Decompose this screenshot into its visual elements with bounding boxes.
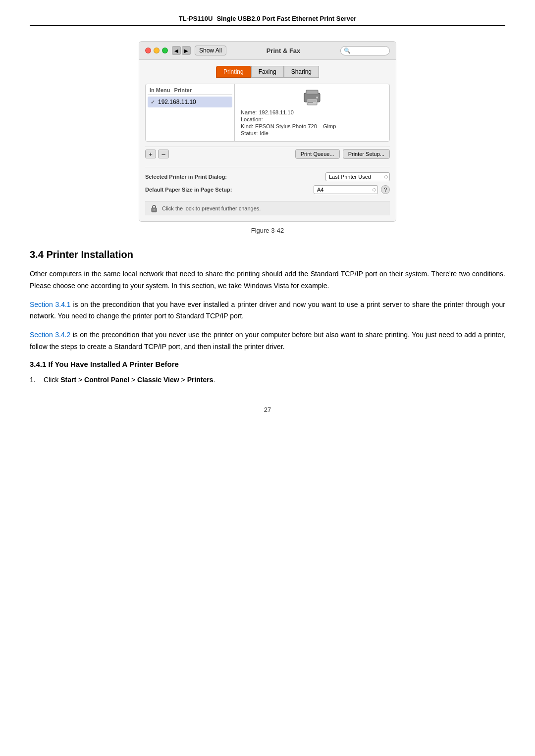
search-box: 🔍 — [340, 46, 390, 55]
tab-printing[interactable]: Printing — [216, 66, 251, 78]
page-number: 27 — [30, 406, 505, 413]
svg-rect-5 — [308, 102, 313, 103]
show-all-button[interactable]: Show All — [195, 46, 226, 55]
navigation-arrows: ◀ ▶ — [172, 46, 191, 55]
remove-printer-button[interactable]: – — [158, 150, 169, 158]
section-number: 3.4 — [30, 249, 44, 260]
printer-name: 192.168.11.10 — [158, 99, 196, 105]
kind-value: EPSON Stylus Photo 720 – Gimp– — [255, 123, 339, 129]
window-content: Printing Faxing Sharing In Menu Printer … — [139, 60, 396, 221]
status-value: Idle — [260, 130, 268, 136]
tabs-row: Printing Faxing Sharing — [145, 66, 390, 78]
step-1: 1. Click Start > Control Panel > Classic… — [30, 374, 505, 386]
paper-size-row: Default Paper Size in Page Setup: A4 ? — [145, 185, 390, 194]
window-chrome: ◀ ▶ Show All Print & Fax 🔍 — [139, 42, 396, 60]
traffic-lights — [145, 48, 168, 53]
section-342-link[interactable]: Section 3.4.2 — [30, 331, 70, 339]
selected-printer-row: Selected Printer in Print Dialog: Last P… — [145, 172, 390, 181]
step-1-text: Click Start > Control Panel > Classic Vi… — [44, 374, 215, 386]
printer-list-header: In Menu Printer — [148, 86, 232, 95]
printer-icon-area — [241, 88, 383, 106]
maximize-button[interactable] — [162, 48, 168, 53]
selected-printer-label: Selected Printer in Print Dialog: — [145, 174, 227, 180]
subsection-title: 3.4.1 If You Have Installed A Printer Be… — [30, 360, 505, 368]
section-body-2: Section 3.4.1 is on the precondition tha… — [30, 299, 505, 323]
tab-sharing[interactable]: Sharing — [284, 66, 319, 78]
printer-detail: Name: 192.168.11.10 Location: Kind: EPSO… — [235, 84, 389, 141]
step-1-number: 1. — [30, 374, 40, 386]
search-icon: 🔍 — [344, 48, 351, 54]
printer-header: Printer — [174, 87, 192, 93]
action-buttons: Print Queue... Printer Setup... — [295, 149, 390, 159]
paper-size-select-wrapper: A4 — [314, 185, 378, 194]
svg-point-3 — [316, 97, 318, 99]
help-button[interactable]: ? — [381, 185, 390, 194]
kind-label: Kind: — [241, 123, 253, 129]
paper-size-control: A4 ? — [314, 185, 390, 194]
location-label: Location: — [241, 116, 263, 122]
name-value: 192.168.11.10 — [259, 109, 293, 115]
figure-label: Figure 3-42 — [30, 227, 505, 234]
add-remove-buttons: + – — [145, 150, 169, 158]
selected-printer-select-wrapper: Last Printer Used — [325, 172, 390, 181]
section-body-3: Section 3.4.2 is on the precondition tha… — [30, 329, 505, 353]
paper-size-select[interactable]: A4 — [314, 185, 378, 194]
svg-rect-1 — [306, 90, 318, 94]
section-title: 3.4 Printer Installation — [30, 249, 505, 260]
printer-status-row: Status: Idle — [241, 130, 383, 136]
printer-name-row: Name: 192.168.11.10 — [241, 109, 383, 115]
screenshot-figure: ◀ ▶ Show All Print & Fax 🔍 Printing Faxi… — [139, 41, 396, 222]
printer-icon — [302, 88, 322, 105]
buttons-row: + – Print Queue... Printer Setup... — [145, 147, 390, 161]
add-printer-button[interactable]: + — [145, 150, 156, 158]
subsection-title-text: If You Have Installed A Printer Before — [49, 360, 179, 368]
back-arrow[interactable]: ◀ — [172, 46, 181, 55]
status-label: Status: — [241, 130, 258, 136]
document-subtitle: Single USB2.0 Port Fast Ethernet Print S… — [216, 15, 356, 22]
section-341-link[interactable]: Section 3.4.1 — [30, 301, 71, 308]
selected-printer-select[interactable]: Last Printer Used — [325, 172, 390, 181]
printer-kind-row: Kind: EPSON Stylus Photo 720 – Gimp– — [241, 123, 383, 129]
document-header: TL-PS110U Single USB2.0 Port Fast Ethern… — [30, 15, 505, 26]
paper-size-label: Default Paper Size in Page Setup: — [145, 187, 232, 193]
printer-list: In Menu Printer ✓ 192.168.11.10 — [146, 84, 235, 141]
svg-rect-4 — [308, 101, 316, 101]
minimize-button[interactable] — [154, 48, 160, 53]
tab-faxing[interactable]: Faxing — [251, 66, 284, 78]
name-label: Name: — [241, 109, 257, 115]
steps-list: 1. Click Start > Control Panel > Classic… — [30, 374, 505, 386]
lock-icon[interactable] — [150, 204, 158, 212]
print-queue-button[interactable]: Print Queue... — [295, 149, 340, 159]
section-body-2-text: is on the precondition that you have eve… — [30, 301, 505, 320]
printer-setup-button[interactable]: Printer Setup... — [343, 149, 390, 159]
section-title-text: Printer Installation — [46, 249, 133, 260]
forward-arrow[interactable]: ▶ — [182, 46, 191, 55]
selected-printer-control: Last Printer Used — [325, 172, 390, 181]
printer-location-row: Location: — [241, 116, 383, 122]
printer-list-item[interactable]: ✓ 192.168.11.10 — [148, 97, 232, 107]
subsection-number: 3.4.1 — [30, 360, 46, 368]
section-body-1: Other computers in the same local networ… — [30, 268, 505, 292]
printer-area: In Menu Printer ✓ 192.168.11.10 — [145, 84, 390, 142]
lock-bar: Click the lock to prevent further change… — [145, 201, 390, 215]
checkmark-icon: ✓ — [151, 99, 155, 105]
close-button[interactable] — [145, 48, 151, 53]
svg-point-7 — [154, 209, 155, 210]
section-body-3-text: is on the precondition that you never us… — [30, 331, 505, 351]
in-menu-header: In Menu — [150, 87, 170, 93]
lock-text: Click the lock to prevent further change… — [162, 205, 261, 211]
model-number: TL-PS110U — [179, 15, 213, 22]
window-title: Print & Fax — [230, 47, 336, 54]
settings-area: Selected Printer in Print Dialog: Last P… — [145, 167, 390, 201]
